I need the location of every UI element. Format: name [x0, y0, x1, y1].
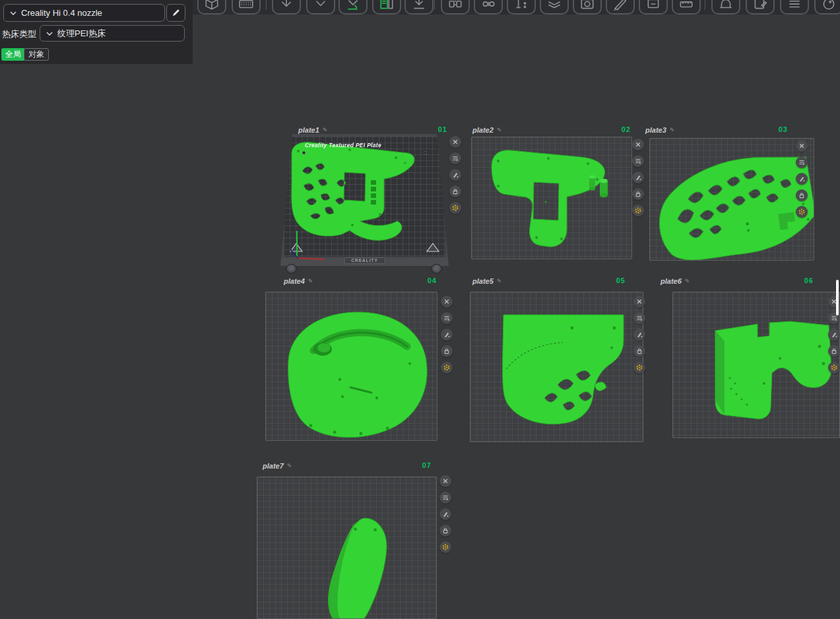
bed-knob	[286, 264, 297, 274]
plate-settings-icon[interactable]	[632, 205, 644, 216]
plate5-bed[interactable]	[470, 292, 643, 442]
bed-screw	[424, 151, 427, 154]
bed-corner-marker	[426, 242, 440, 253]
delete-plate-icon[interactable]	[439, 475, 451, 487]
plate-number: 05	[616, 277, 626, 284]
rename-plate-icon[interactable]: ✎	[497, 278, 502, 284]
model-body-voronoi[interactable]	[494, 306, 641, 438]
paint-plate-icon[interactable]	[449, 169, 461, 181]
paint-plate-icon[interactable]	[796, 173, 808, 185]
snapshot-button[interactable]	[573, 0, 602, 15]
scrollbar-thumb[interactable]	[836, 280, 839, 315]
rename-plate-icon[interactable]: ✎	[323, 127, 328, 133]
plate-name: plate3	[645, 126, 666, 134]
printer-settings-panel: Creality Hi 0.4 nozzle 热床类型 纹理PEI热床 全局 对…	[0, 0, 193, 64]
axis-gizmo	[288, 230, 327, 263]
plate6-bed[interactable]	[672, 292, 840, 438]
plate7-bed[interactable]	[257, 476, 437, 619]
plate-list-icon[interactable]	[796, 156, 808, 168]
paired-settings-button[interactable]	[474, 0, 503, 15]
plate-name: plate6	[661, 277, 682, 285]
arch-support-button[interactable]	[711, 0, 740, 15]
supports-button[interactable]	[507, 0, 536, 15]
plate3-bed[interactable]	[649, 138, 814, 261]
plate-name: plate2	[472, 126, 494, 134]
boolean-subtract-button[interactable]	[639, 0, 668, 15]
bed-surface-label: Creality Textured PEI Plate	[305, 142, 381, 148]
chevron-down-icon	[46, 32, 53, 36]
lock-plate-icon[interactable]	[633, 345, 645, 357]
plate-number: 07	[422, 461, 432, 469]
plate2-bed[interactable]	[471, 137, 632, 259]
plate-settings-icon[interactable]	[828, 362, 840, 374]
plate-list-icon[interactable]	[439, 492, 451, 504]
rename-plate-icon[interactable]: ✎	[685, 278, 690, 284]
delete-plate-icon[interactable]	[796, 140, 808, 152]
tab-object[interactable]: 对象	[24, 48, 49, 61]
rename-plate-icon[interactable]: ✎	[308, 278, 313, 284]
import-model-button[interactable]	[272, 0, 301, 15]
layers-button[interactable]	[540, 0, 569, 15]
paint-plate-icon[interactable]	[441, 329, 453, 341]
draw-button[interactable]	[606, 0, 635, 15]
arrange-plates-button[interactable]	[372, 0, 401, 15]
edit-notes-button[interactable]	[746, 0, 775, 15]
plate-settings-icon[interactable]	[449, 202, 461, 214]
paint-plate-icon[interactable]	[633, 329, 645, 341]
plate-number: 01	[438, 125, 447, 133]
view-cube-button[interactable]	[197, 0, 226, 15]
lock-plate-icon[interactable]	[632, 188, 644, 200]
model-neck-blank[interactable]	[318, 511, 404, 619]
plate-list-icon[interactable]	[632, 155, 644, 167]
lock-plate-icon[interactable]	[441, 345, 453, 357]
drop-to-bed-button[interactable]	[404, 0, 434, 15]
plate-list-icon[interactable]	[441, 312, 453, 324]
pencil-icon	[172, 9, 180, 17]
plate-list-icon[interactable]	[633, 312, 645, 324]
printer-select-value: Creality Hi 0.4 nozzle	[21, 8, 102, 18]
measure-button[interactable]	[672, 0, 701, 15]
bed-type-select[interactable]: 纹理PEI热床	[40, 25, 185, 42]
keyboard-button[interactable]	[232, 0, 261, 15]
model-body-blank[interactable]	[271, 300, 435, 440]
tab-global[interactable]: 全局	[1, 48, 25, 61]
edit-printer-button[interactable]	[166, 4, 185, 22]
delete-plate-icon[interactable]	[449, 136, 461, 148]
add-primitive-button[interactable]	[306, 0, 335, 15]
plate7-header: plate7 ✎ 07	[263, 461, 432, 471]
plate5-header: plate5 ✎ 05	[472, 277, 626, 286]
model-pickguard[interactable]	[484, 143, 616, 255]
plate4-bed[interactable]	[265, 292, 437, 441]
delete-plate-icon[interactable]	[441, 296, 453, 308]
paint-plate-icon[interactable]	[439, 508, 451, 520]
plate-settings-icon[interactable]	[796, 206, 808, 218]
delete-plate-icon[interactable]	[632, 139, 644, 150]
rename-plate-icon[interactable]: ✎	[287, 463, 292, 469]
delete-plate-icon[interactable]	[633, 296, 645, 308]
plate-settings-icon[interactable]	[441, 362, 453, 374]
model-bracket[interactable]	[693, 310, 838, 428]
rename-plate-icon[interactable]: ✎	[497, 127, 502, 133]
plate-list-icon[interactable]	[449, 152, 461, 164]
toolbar-separator	[266, 0, 267, 10]
plate-number: 03	[779, 125, 788, 133]
timer-button[interactable]	[814, 0, 840, 15]
printer-select[interactable]: Creality Hi 0.4 nozzle	[3, 4, 165, 22]
split-plates-button[interactable]	[441, 0, 470, 15]
rename-plate-icon[interactable]: ✎	[670, 127, 675, 133]
lock-plate-icon[interactable]	[439, 525, 451, 537]
bed-brand-logo: CREALITY	[344, 257, 385, 264]
lock-plate-icon[interactable]	[449, 185, 461, 197]
lock-plate-icon[interactable]	[796, 189, 808, 201]
paint-plate-icon[interactable]	[828, 329, 840, 341]
lock-plate-icon[interactable]	[828, 345, 840, 357]
plate-settings-icon[interactable]	[439, 541, 451, 553]
bed-screw	[302, 151, 306, 154]
plate-name: plate5	[472, 277, 494, 285]
model-pickguard-voronoi-large[interactable]	[649, 148, 814, 260]
paint-plate-icon[interactable]	[632, 172, 644, 183]
plate-settings-icon[interactable]	[633, 362, 645, 374]
list-view-button[interactable]	[780, 0, 809, 15]
auto-orient-button[interactable]	[339, 0, 368, 15]
toolbar-separator	[705, 0, 705, 10]
